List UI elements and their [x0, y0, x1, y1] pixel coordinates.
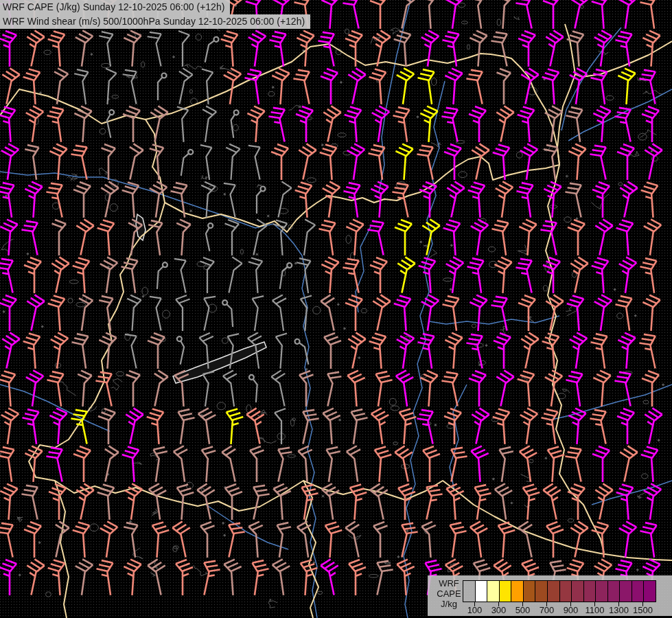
legend-swatch — [596, 581, 608, 602]
legend-color-bar — [463, 580, 656, 602]
legend-swatch — [572, 581, 584, 602]
legend-swatch — [548, 581, 560, 602]
title-cape: WRF CAPE (J/kg) Sunday 12-10-2025 06:00 … — [0, 0, 230, 14]
legend-swatch — [620, 581, 632, 602]
legend-swatch — [524, 581, 536, 602]
legend-swatch — [463, 581, 476, 602]
stipple-overlay — [0, 0, 672, 618]
legend-swatch — [511, 581, 524, 602]
legend-label: CAPE — [433, 588, 465, 599]
legend-label: WRF — [433, 578, 465, 588]
legend-swatch — [644, 581, 656, 602]
map-title-block: WRF CAPE (J/kg) Sunday 12-10-2025 06:00 … — [0, 0, 310, 29]
legend-tick-label: 1500 — [628, 605, 658, 615]
legend-swatch — [560, 581, 572, 602]
legend-swatch — [535, 581, 548, 602]
legend-swatch — [608, 581, 621, 602]
legend-swatch — [584, 581, 596, 602]
legend-swatch — [632, 581, 645, 602]
cape-legend: WRFCAPEJ/kg 100300500700900110013001500 — [428, 575, 672, 616]
title-wind-shear: WRF Wind shear (m/s) 500/1000hPa Sunday … — [0, 14, 310, 29]
wrf-map-canvas — [0, 0, 672, 618]
legend-swatch — [487, 581, 500, 602]
weather-map-viewport: WRF CAPE (J/kg) Sunday 12-10-2025 06:00 … — [0, 0, 672, 618]
legend-swatch — [500, 581, 512, 602]
legend-swatch — [476, 581, 488, 602]
